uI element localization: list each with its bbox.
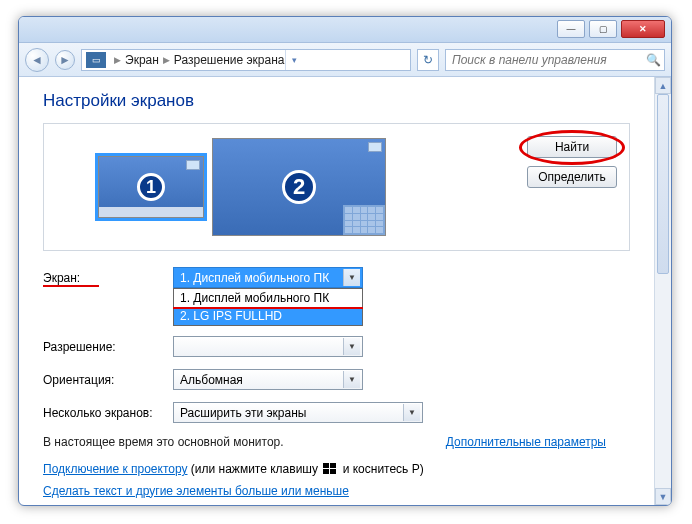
forward-button[interactable]: ► <box>55 50 75 70</box>
projector-link[interactable]: Подключение к проектору <box>43 462 188 476</box>
scroll-track[interactable] <box>655 94 671 488</box>
row-multi-displays: Несколько экранов: Расширить эти экраны … <box>43 402 630 423</box>
dropdown-orientation-value: Альбомная <box>180 373 243 387</box>
search-bar: 🔍 <box>445 49 665 71</box>
svg-rect-1 <box>330 463 336 468</box>
chevron-down-icon: ▼ <box>343 338 360 355</box>
text-size-link[interactable]: Сделать текст и другие элементы больше и… <box>43 484 349 498</box>
monitor-preview-box: 1 2 <box>43 123 630 251</box>
dropdown-multi-displays[interactable]: Расширить эти экраны ▼ <box>173 402 423 423</box>
chevron-down-icon: ▼ <box>343 371 360 388</box>
vertical-scrollbar[interactable]: ▲ ▼ <box>654 77 671 505</box>
annotation-underline <box>173 307 363 309</box>
refresh-button[interactable]: ↻ <box>417 49 439 71</box>
label-orientation: Ориентация: <box>43 373 173 387</box>
label-screen: Экран: <box>43 271 173 285</box>
chevron-right-icon: ▶ <box>114 55 121 65</box>
control-panel-window: — ▢ ✕ ◄ ► ▭ ▶ Экран ▶ Разрешение экрана … <box>18 16 672 506</box>
row-orientation: Ориентация: Альбомная ▼ <box>43 369 630 390</box>
label-multi-displays: Несколько экранов: <box>43 406 173 420</box>
dropdown-orientation[interactable]: Альбомная ▼ <box>173 369 363 390</box>
monitor-1-number: 1 <box>137 173 165 201</box>
client-area: Настройки экранов 1 2 <box>19 77 671 505</box>
monitor-2[interactable]: 2 <box>212 138 386 236</box>
svg-rect-3 <box>330 469 336 474</box>
search-input[interactable] <box>446 53 642 67</box>
monitor-2-number: 2 <box>282 170 316 204</box>
breadcrumb-display[interactable]: Экран <box>125 53 159 67</box>
svg-rect-2 <box>323 469 329 474</box>
projector-hint-a: (или нажмите клавишу <box>188 462 322 476</box>
close-button[interactable]: ✕ <box>621 20 665 38</box>
window-icon <box>186 160 200 170</box>
minimize-button[interactable]: — <box>557 20 585 38</box>
find-button[interactable]: Найти <box>527 136 617 158</box>
address-bar[interactable]: ▭ ▶ Экран ▶ Разрешение экрана ▾ <box>81 49 411 71</box>
chevron-right-icon: ▶ <box>163 55 170 65</box>
scroll-down-button[interactable]: ▼ <box>655 488 671 505</box>
navigation-bar: ◄ ► ▭ ▶ Экран ▶ Разрешение экрана ▾ ↻ 🔍 <box>19 43 671 77</box>
label-resolution: Разрешение: <box>43 340 173 354</box>
display-icon: ▭ <box>86 52 106 68</box>
scroll-up-button[interactable]: ▲ <box>655 77 671 94</box>
dropdown-screen[interactable]: 1. Дисплей мобильного ПК ▼ 1. Дисплей мо… <box>173 267 363 288</box>
dropdown-multi-value: Расширить эти экраны <box>180 406 306 420</box>
chevron-down-icon: ▼ <box>343 269 360 286</box>
primary-monitor-text: В настоящее время это основной монитор. <box>43 435 284 449</box>
dropdown-resolution[interactable]: ▼ <box>173 336 363 357</box>
dropdown-screen-value: 1. Дисплей мобильного ПК <box>180 271 329 285</box>
annotation-underline <box>43 285 99 287</box>
scroll-thumb[interactable] <box>657 94 669 274</box>
advanced-settings-link[interactable]: Дополнительные параметры <box>446 435 606 449</box>
grid-icon <box>343 205 385 235</box>
search-icon[interactable]: 🔍 <box>642 53 664 67</box>
taskbar-icon <box>99 207 203 217</box>
primary-monitor-info: В настоящее время это основной монитор. … <box>43 435 630 449</box>
window-icon <box>368 142 382 152</box>
svg-rect-0 <box>323 463 329 468</box>
monitor-1[interactable]: 1 <box>98 156 204 218</box>
dropdown-option-1[interactable]: 1. Дисплей мобильного ПК <box>174 289 362 307</box>
row-screen: Экран: 1. Дисплей мобильного ПК ▼ 1. Дис… <box>43 267 630 288</box>
row-resolution: Разрешение: ▼ <box>43 336 630 357</box>
identify-button[interactable]: Определить <box>527 166 617 188</box>
page-title: Настройки экранов <box>43 91 630 111</box>
preview-side-buttons: Найти Определить <box>527 136 617 188</box>
bottom-links: Подключение к проектору (или нажмите кла… <box>43 459 630 502</box>
content-pane: Настройки экранов 1 2 <box>19 77 654 505</box>
windows-key-icon <box>323 461 337 473</box>
dropdown-option-2[interactable]: 2. LG IPS FULLHD <box>174 307 362 325</box>
address-dropdown[interactable]: ▾ <box>285 50 303 70</box>
titlebar: — ▢ ✕ <box>19 17 671 43</box>
breadcrumb-resolution[interactable]: Разрешение экрана <box>174 53 285 67</box>
projector-hint-b: и коснитесь P) <box>339 462 423 476</box>
maximize-button[interactable]: ▢ <box>589 20 617 38</box>
chevron-down-icon: ▼ <box>403 404 420 421</box>
back-button[interactable]: ◄ <box>25 48 49 72</box>
